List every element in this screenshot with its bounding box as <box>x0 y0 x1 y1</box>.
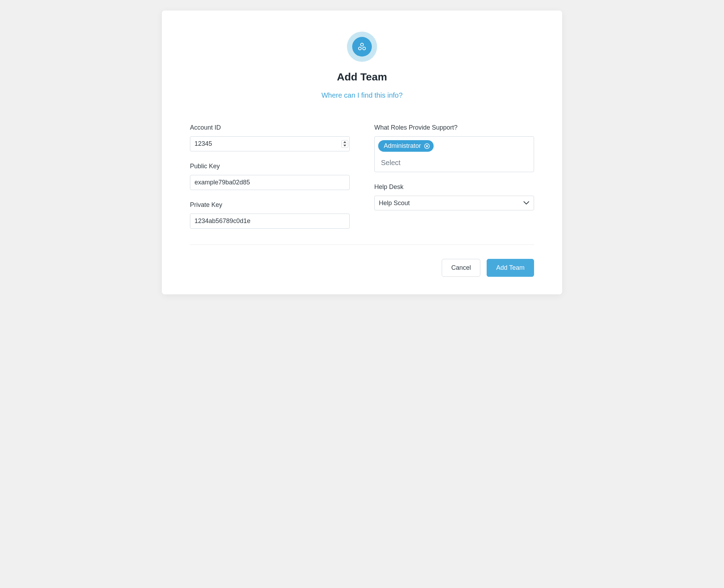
public-key-group: Public Key <box>190 163 350 190</box>
modal-header: Add Team Where can I find this info? <box>190 32 534 99</box>
roles-label: What Roles Provide Support? <box>374 124 534 131</box>
private-key-label: Private Key <box>190 201 350 209</box>
team-icon <box>352 37 372 57</box>
roles-select-input[interactable] <box>378 154 530 170</box>
help-desk-select[interactable]: Help Scout <box>374 196 534 210</box>
stepper-down-icon[interactable] <box>342 144 348 148</box>
account-id-field-wrapper <box>190 136 350 151</box>
svg-point-0 <box>361 43 363 46</box>
account-id-group: Account ID <box>190 124 350 151</box>
roles-tag-input[interactable]: Administrator <box>374 136 534 172</box>
private-key-input[interactable] <box>190 214 350 229</box>
form-body: Account ID Public Key <box>190 124 534 244</box>
svg-point-1 <box>358 47 361 50</box>
role-tag-administrator: Administrator <box>378 140 434 152</box>
left-column: Account ID Public Key <box>190 124 350 229</box>
add-team-modal: Add Team Where can I find this info? Acc… <box>162 11 562 294</box>
account-id-label: Account ID <box>190 124 350 131</box>
role-tag-label: Administrator <box>384 142 421 150</box>
number-spinner <box>341 140 348 148</box>
account-id-input[interactable] <box>190 136 350 151</box>
svg-point-2 <box>363 47 366 50</box>
cancel-button[interactable]: Cancel <box>442 259 480 277</box>
remove-tag-icon[interactable] <box>424 143 430 149</box>
stepper-up-icon[interactable] <box>342 141 348 144</box>
help-desk-select-wrap: Help Scout <box>374 196 534 210</box>
public-key-label: Public Key <box>190 163 350 170</box>
public-key-input[interactable] <box>190 175 350 190</box>
roles-group: What Roles Provide Support? Administrato… <box>374 124 534 172</box>
add-team-button[interactable]: Add Team <box>487 259 534 277</box>
modal-title: Add Team <box>190 71 534 83</box>
team-icon-badge <box>347 32 377 62</box>
modal-footer: Cancel Add Team <box>190 244 534 277</box>
private-key-group: Private Key <box>190 201 350 229</box>
help-desk-label: Help Desk <box>374 183 534 191</box>
help-desk-group: Help Desk Help Scout <box>374 183 534 210</box>
help-info-link[interactable]: Where can I find this info? <box>321 91 402 99</box>
right-column: What Roles Provide Support? Administrato… <box>374 124 534 229</box>
